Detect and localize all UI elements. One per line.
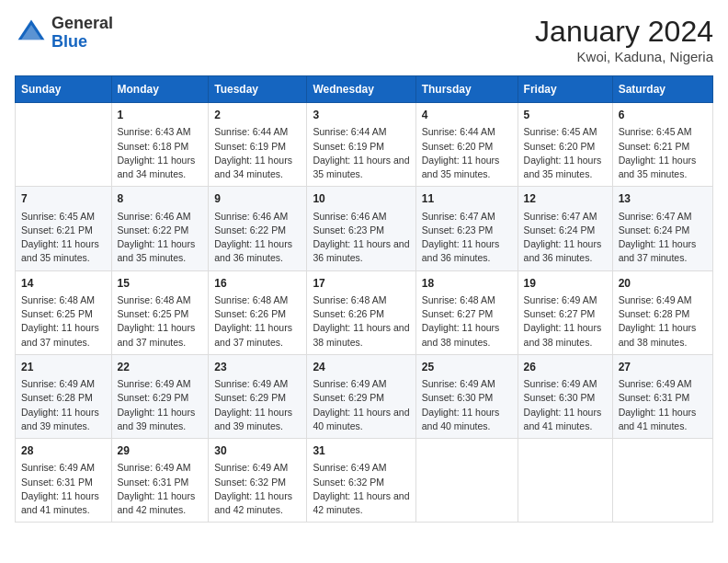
sunset: Sunset: 6:27 PM	[524, 308, 596, 319]
sunrise: Sunrise: 6:45 AM	[524, 126, 597, 137]
day-number: 10	[313, 191, 409, 207]
sunrise: Sunrise: 6:49 AM	[21, 378, 95, 389]
day-info: Sunrise: 6:45 AM Sunset: 6:21 PM Dayligh…	[21, 210, 106, 266]
sunset: Sunset: 6:23 PM	[422, 224, 494, 236]
calendar-cell: 23 Sunrise: 6:49 AM Sunset: 6:29 PM Dayl…	[209, 354, 307, 438]
day-info: Sunrise: 6:44 AM Sunset: 6:20 PM Dayligh…	[422, 125, 512, 181]
day-number: 11	[422, 191, 512, 207]
calendar-week-row: 28 Sunrise: 6:49 AM Sunset: 6:31 PM Dayl…	[16, 439, 713, 523]
sunrise: Sunrise: 6:49 AM	[21, 462, 95, 473]
calendar-cell: 17 Sunrise: 6:48 AM Sunset: 6:26 PM Dayl…	[307, 270, 415, 354]
day-info: Sunrise: 6:43 AM Sunset: 6:18 PM Dayligh…	[118, 125, 203, 181]
sunset: Sunset: 6:29 PM	[313, 392, 384, 403]
sunrise: Sunrise: 6:49 AM	[313, 462, 386, 473]
day-number: 29	[118, 443, 203, 459]
day-info: Sunrise: 6:49 AM Sunset: 6:31 PM Dayligh…	[21, 461, 106, 517]
sunrise: Sunrise: 6:49 AM	[422, 378, 495, 389]
daylight: Daylight: 11 hours and 38 minutes.	[524, 322, 602, 347]
weekday-header: Wednesday	[307, 76, 415, 103]
calendar-cell: 25 Sunrise: 6:49 AM Sunset: 6:30 PM Dayl…	[415, 354, 518, 438]
logo-icon	[15, 17, 48, 50]
day-number: 19	[524, 276, 607, 292]
sunrise: Sunrise: 6:49 AM	[524, 378, 597, 389]
weekday-header: Thursday	[415, 76, 518, 103]
sunset: Sunset: 6:26 PM	[214, 308, 286, 319]
day-info: Sunrise: 6:49 AM Sunset: 6:31 PM Dayligh…	[118, 461, 203, 517]
sunset: Sunset: 6:27 PM	[422, 308, 494, 319]
day-number: 8	[118, 191, 203, 207]
sunset: Sunset: 6:25 PM	[118, 308, 189, 319]
calendar-cell: 11 Sunrise: 6:47 AM Sunset: 6:23 PM Dayl…	[415, 187, 518, 270]
sunset: Sunset: 6:22 PM	[118, 224, 189, 236]
calendar-table: SundayMondayTuesdayWednesdayThursdayFrid…	[15, 75, 713, 523]
daylight: Daylight: 11 hours and 41 minutes.	[524, 407, 602, 431]
daylight: Daylight: 11 hours and 41 minutes.	[21, 490, 99, 515]
day-info: Sunrise: 6:45 AM Sunset: 6:21 PM Dayligh…	[619, 125, 707, 181]
daylight: Daylight: 11 hours and 37 minutes.	[619, 238, 697, 263]
sunset: Sunset: 6:21 PM	[21, 224, 93, 236]
day-info: Sunrise: 6:46 AM Sunset: 6:22 PM Dayligh…	[214, 210, 301, 266]
day-info: Sunrise: 6:49 AM Sunset: 6:32 PM Dayligh…	[214, 461, 301, 517]
daylight: Daylight: 11 hours and 35 minutes.	[619, 155, 697, 179]
sunset: Sunset: 6:31 PM	[619, 392, 690, 403]
calendar-cell: 30 Sunrise: 6:49 AM Sunset: 6:32 PM Dayl…	[209, 439, 307, 523]
calendar-cell: 29 Sunrise: 6:49 AM Sunset: 6:31 PM Dayl…	[111, 439, 209, 523]
daylight: Daylight: 11 hours and 36 minutes.	[524, 238, 602, 263]
daylight: Daylight: 11 hours and 42 minutes.	[118, 490, 196, 515]
sunrise: Sunrise: 6:46 AM	[214, 211, 288, 222]
sunrise: Sunrise: 6:49 AM	[118, 462, 191, 473]
weekday-header: Sunday	[16, 76, 112, 103]
daylight: Daylight: 11 hours and 36 minutes.	[422, 238, 500, 263]
day-info: Sunrise: 6:49 AM Sunset: 6:28 PM Dayligh…	[21, 377, 106, 433]
sunrise: Sunrise: 6:47 AM	[524, 211, 597, 222]
day-number: 24	[313, 360, 409, 375]
sunrise: Sunrise: 6:43 AM	[118, 126, 191, 137]
day-number: 18	[422, 276, 512, 292]
calendar-week-row: 1 Sunrise: 6:43 AM Sunset: 6:18 PM Dayli…	[16, 103, 713, 187]
calendar-cell: 27 Sunrise: 6:49 AM Sunset: 6:31 PM Dayl…	[612, 354, 712, 438]
weekday-header: Friday	[518, 76, 612, 103]
calendar-cell: 5 Sunrise: 6:45 AM Sunset: 6:20 PM Dayli…	[518, 103, 612, 187]
calendar-cell	[612, 439, 712, 523]
calendar-cell: 26 Sunrise: 6:49 AM Sunset: 6:30 PM Dayl…	[518, 354, 612, 438]
daylight: Daylight: 11 hours and 36 minutes.	[313, 238, 409, 263]
daylight: Daylight: 11 hours and 42 minutes.	[313, 490, 409, 515]
day-number: 25	[422, 360, 512, 375]
sunset: Sunset: 6:19 PM	[214, 141, 286, 152]
day-number: 23	[214, 360, 301, 375]
sunset: Sunset: 6:24 PM	[619, 224, 690, 236]
title-block: January 2024 Kwoi, Kaduna, Nigeria	[535, 15, 713, 64]
day-number: 20	[619, 276, 707, 292]
sunrise: Sunrise: 6:49 AM	[214, 378, 288, 389]
day-info: Sunrise: 6:48 AM Sunset: 6:25 PM Dayligh…	[118, 293, 203, 350]
daylight: Daylight: 11 hours and 40 minutes.	[313, 407, 409, 431]
calendar-cell: 16 Sunrise: 6:48 AM Sunset: 6:26 PM Dayl…	[209, 270, 307, 354]
sunset: Sunset: 6:24 PM	[524, 224, 596, 236]
day-info: Sunrise: 6:48 AM Sunset: 6:26 PM Dayligh…	[214, 293, 301, 350]
calendar-cell: 13 Sunrise: 6:47 AM Sunset: 6:24 PM Dayl…	[612, 187, 712, 270]
daylight: Daylight: 11 hours and 35 minutes.	[21, 238, 99, 263]
calendar-cell	[415, 439, 518, 523]
sunrise: Sunrise: 6:44 AM	[313, 126, 386, 137]
daylight: Daylight: 11 hours and 34 minutes.	[118, 155, 196, 179]
day-number: 6	[619, 108, 707, 123]
calendar-cell: 18 Sunrise: 6:48 AM Sunset: 6:27 PM Dayl…	[415, 270, 518, 354]
sunrise: Sunrise: 6:44 AM	[422, 126, 495, 137]
calendar-cell: 2 Sunrise: 6:44 AM Sunset: 6:19 PM Dayli…	[209, 103, 307, 187]
sunset: Sunset: 6:28 PM	[21, 392, 93, 403]
calendar-cell: 20 Sunrise: 6:49 AM Sunset: 6:28 PM Dayl…	[612, 270, 712, 354]
day-number: 31	[313, 443, 409, 459]
day-number: 5	[524, 108, 607, 123]
logo-text: General Blue	[51, 15, 113, 52]
sunset: Sunset: 6:31 PM	[21, 477, 93, 488]
day-info: Sunrise: 6:45 AM Sunset: 6:20 PM Dayligh…	[524, 125, 607, 181]
day-info: Sunrise: 6:49 AM Sunset: 6:32 PM Dayligh…	[313, 461, 409, 517]
sunrise: Sunrise: 6:48 AM	[21, 294, 95, 305]
sunset: Sunset: 6:21 PM	[619, 141, 690, 152]
calendar-week-row: 7 Sunrise: 6:45 AM Sunset: 6:21 PM Dayli…	[16, 187, 713, 270]
day-info: Sunrise: 6:47 AM Sunset: 6:24 PM Dayligh…	[619, 210, 707, 266]
day-number: 7	[21, 191, 106, 207]
sunrise: Sunrise: 6:45 AM	[21, 211, 95, 222]
calendar-week-row: 14 Sunrise: 6:48 AM Sunset: 6:25 PM Dayl…	[16, 270, 713, 354]
day-number: 3	[313, 108, 409, 123]
